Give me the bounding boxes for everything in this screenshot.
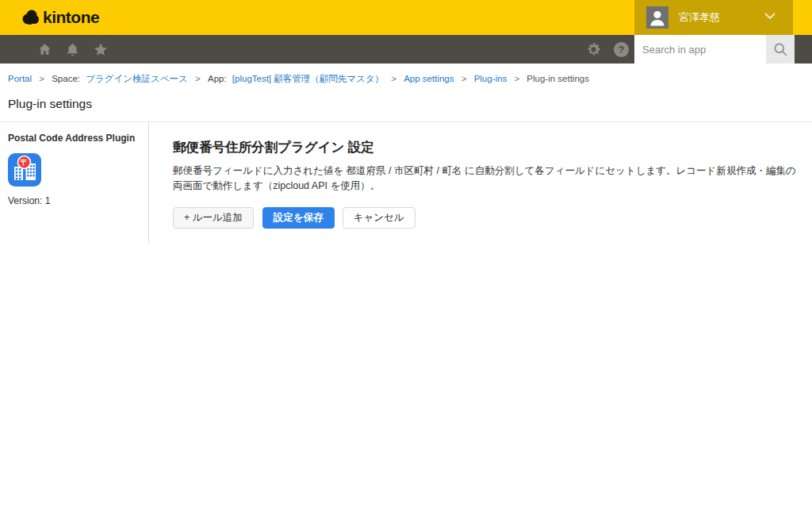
user-avatar [646,6,668,29]
breadcrumb: Portal > Space: プラグイン検証スペース > App: [plug… [0,64,812,85]
plugin-icon: 〒 [8,153,41,187]
breadcrumb-prefix-space: Space: [52,74,80,83]
add-rule-button[interactable]: + ルール追加 [173,207,254,229]
plugin-settings-description: 郵便番号フィールドに入力された値を 都道府県 / 市区町村 / 町名 に自動分割… [173,164,796,194]
plugin-settings-panel: 郵便番号住所分割プラグイン 設定 郵便番号フィールドに入力された値を 都道府県 … [149,122,812,243]
save-settings-button[interactable]: 設定を保存 [262,207,335,229]
breadcrumb-separator: > [391,74,396,83]
plugin-sidebar: Postal Code Address Plugin 〒 Version: 1 [0,122,149,243]
cancel-button[interactable]: キャンセル [343,207,416,229]
kintone-logo-text: kintone [43,8,99,27]
search-input[interactable] [634,35,766,64]
notifications-bell-icon[interactable] [66,42,79,57]
breadcrumb-link-app-settings[interactable]: App settings [404,74,454,83]
favorites-star-icon[interactable] [93,42,109,57]
breadcrumb-prefix-app: App: [208,74,227,83]
home-icon[interactable] [37,42,52,56]
breadcrumb-separator: > [514,74,519,83]
button-row: + ルール追加 設定を保存 キャンセル [173,207,796,229]
breadcrumb-separator: > [39,74,44,83]
hamburger-menu-icon[interactable] [7,43,25,56]
plugin-name: Postal Code Address Plugin [8,133,140,144]
global-toolbar: ? [0,35,812,64]
breadcrumb-link-app[interactable]: [plugTest] 顧客管理（顧問先マスタ） [232,74,384,83]
breadcrumb-link-plugins[interactable]: Plug-ins [474,74,508,83]
breadcrumb-separator: > [195,74,201,83]
postal-mark: 〒 [21,158,29,167]
help-icon[interactable]: ? [614,42,629,57]
breadcrumb-current: Plug-in settings [527,74,589,83]
app-header: kintone 宮澤孝慈 [0,0,812,35]
search-button[interactable] [766,35,795,64]
kintone-logo-icon [21,9,40,26]
app-search [634,35,795,64]
user-name: 宮澤孝慈 [679,10,720,25]
settings-gear-icon[interactable] [586,42,601,57]
kintone-logo[interactable]: kintone [21,8,99,27]
breadcrumb-link-space[interactable]: プラグイン検証スペース [86,74,188,83]
page-title: Plug-in settings [8,97,804,111]
user-menu[interactable]: 宮澤孝慈 [634,0,793,35]
breadcrumb-link-portal[interactable]: Portal [8,74,32,83]
chevron-down-icon [764,13,776,20]
plugin-version: Version: 1 [8,195,140,206]
content-area: Postal Code Address Plugin 〒 Version: 1 … [0,122,812,243]
plugin-settings-title: 郵便番号住所分割プラグイン 設定 [173,139,796,156]
search-icon [772,41,788,57]
breadcrumb-separator: > [462,74,467,83]
